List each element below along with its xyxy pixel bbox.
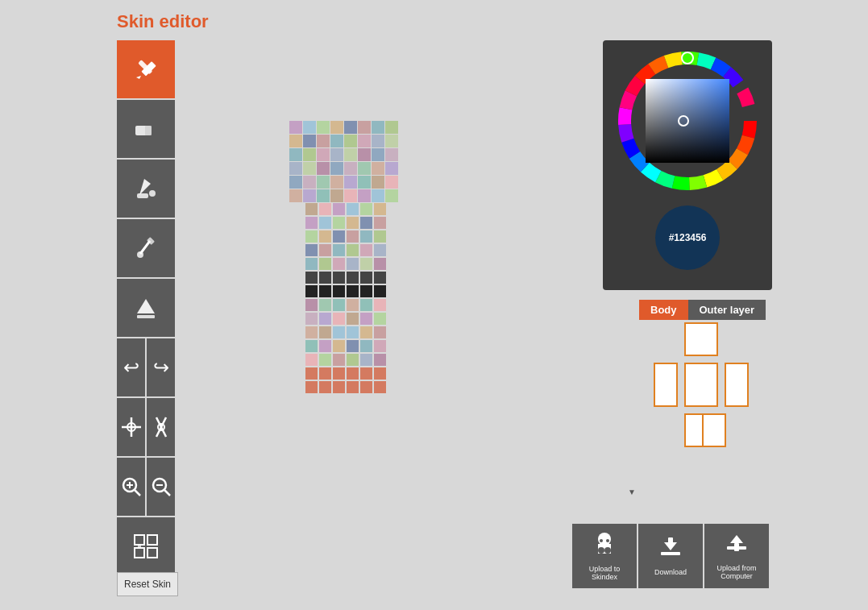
svg-rect-29: [138, 545, 141, 548]
toolbar: ↩ ↪: [117, 40, 178, 575]
noise-tool-1-button[interactable]: [117, 398, 145, 456]
zoom-out-button[interactable]: [147, 458, 175, 516]
body-tab[interactable]: Body: [639, 300, 688, 320]
upload-to-skindex-button[interactable]: Upload to Skindex: [572, 524, 637, 588]
noise-tools-row: [117, 398, 178, 456]
reset-skin-button[interactable]: Reset Skin: [117, 572, 178, 596]
svg-marker-1: [136, 76, 141, 79]
eraser-tool-button[interactable]: [117, 100, 175, 158]
svg-rect-27: [135, 548, 144, 558]
upload-skindex-label: Upload to Skindex: [589, 565, 621, 581]
skin-map: [629, 322, 774, 483]
skin-part-right-arm[interactable]: [725, 363, 749, 407]
upload-computer-label: Upload from Computer: [716, 564, 756, 580]
svg-point-59: [604, 547, 611, 554]
download-icon: [658, 536, 683, 565]
download-button[interactable]: Download: [638, 524, 703, 588]
color-wheel[interactable]: [615, 48, 760, 193]
svg-rect-5: [137, 193, 148, 198]
bucket-fill-select-button[interactable]: [117, 279, 175, 337]
upload-computer-icon: [724, 532, 750, 561]
download-label: Download: [654, 568, 687, 576]
page-title: Skin editor: [117, 11, 209, 32]
skin-part-left-arm[interactable]: [654, 363, 678, 407]
svg-rect-62: [661, 552, 680, 555]
svg-rect-64: [668, 537, 673, 547]
select-dropdown-icon: ▼: [628, 488, 636, 496]
svg-marker-10: [137, 299, 155, 313]
action-buttons: Upload to Skindex Download Upload from C…: [572, 524, 769, 588]
fill-tool-button[interactable]: [117, 160, 175, 218]
svg-rect-26: [147, 535, 157, 545]
skin-part-body[interactable]: [684, 363, 718, 407]
svg-point-56: [598, 533, 611, 546]
svg-point-61: [606, 539, 609, 542]
color-wheel-svg[interactable]: [615, 48, 760, 193]
zoom-row: [117, 458, 178, 516]
svg-line-21: [135, 490, 140, 496]
eyedropper-tool-button[interactable]: [117, 219, 175, 277]
undo-button[interactable]: ↩: [117, 338, 145, 396]
redo-button[interactable]: ↪: [147, 338, 175, 396]
color-picker-panel: #123456: [603, 40, 772, 290]
grid-toggle-button[interactable]: [117, 517, 175, 575]
upload-from-computer-button[interactable]: Upload from Computer: [704, 524, 769, 588]
zoom-in-button[interactable]: [117, 458, 145, 516]
svg-rect-4: [145, 126, 152, 135]
svg-rect-67: [734, 543, 739, 551]
pencil-tool-button[interactable]: [117, 40, 175, 98]
svg-point-6: [149, 190, 156, 197]
layer-tabs: Body Outer layer: [639, 300, 766, 320]
svg-rect-11: [137, 315, 155, 318]
outer-layer-tab[interactable]: Outer layer: [688, 300, 766, 320]
skin-part-right-leg[interactable]: [702, 413, 726, 447]
skin-canvas[interactable]: [282, 121, 403, 427]
undo-redo-row: ↩ ↪: [117, 338, 178, 396]
skin-diagram: [629, 322, 774, 483]
svg-rect-28: [147, 548, 157, 558]
svg-point-60: [600, 539, 603, 542]
svg-point-58: [598, 547, 604, 554]
hex-color-display[interactable]: #123456: [655, 205, 720, 270]
noise-tool-2-button[interactable]: [147, 398, 175, 456]
skin-part-head[interactable]: [684, 322, 718, 356]
svg-line-24: [164, 490, 170, 496]
svg-marker-66: [730, 535, 743, 543]
upload-skindex-icon: [592, 531, 617, 562]
svg-point-8: [137, 251, 143, 258]
skin-preview: [282, 121, 443, 467]
svg-rect-25: [135, 535, 144, 545]
